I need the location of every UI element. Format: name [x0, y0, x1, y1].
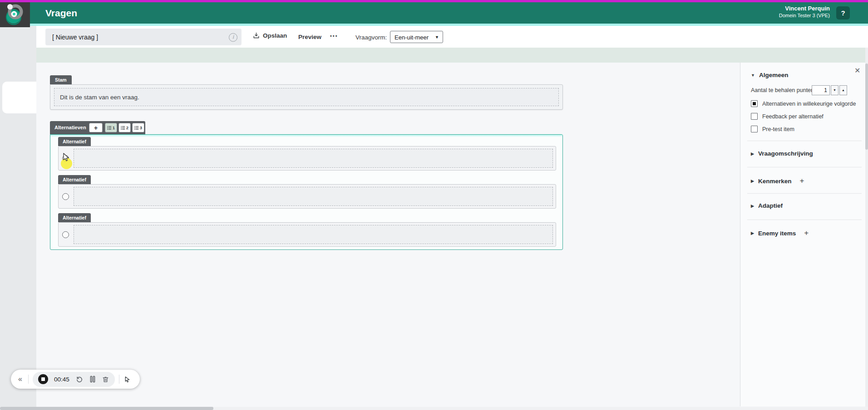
top-accent-bar — [0, 0, 868, 2]
chevron-down-icon: ▼ — [435, 35, 439, 39]
alternatief-row — [58, 146, 556, 171]
alternatief-row — [58, 222, 556, 247]
pause-recording-button[interactable] — [89, 376, 96, 383]
pointer-icon — [123, 376, 131, 383]
panel-divider — [747, 141, 862, 141]
section-label: Vraagomschrijving — [758, 150, 813, 157]
alternatief-radio[interactable] — [62, 193, 69, 200]
section-adaptief[interactable]: ▶ Adaptief — [751, 202, 783, 209]
chevron-collapsed-icon: ▶ — [751, 231, 754, 235]
recording-time: 00:45 — [54, 376, 69, 383]
save-button[interactable]: Opslaan — [252, 32, 287, 39]
checkbox-feedback-per-alternatief[interactable]: Feedback per alternatief — [751, 113, 824, 120]
pause-icon — [89, 376, 96, 383]
sidebar — [0, 26, 36, 410]
alternatief-label: Alternatief — [58, 137, 91, 146]
question-type-value: Een-uit-meer — [395, 34, 429, 41]
alternatief-text-input[interactable] — [74, 225, 553, 244]
preview-button[interactable]: Preview — [298, 34, 321, 40]
layout-2-column-button[interactable]: 2 — [118, 123, 131, 132]
chevron-collapsed-icon: ▶ — [751, 179, 754, 183]
stam-section: Dit is de stam van een vraag. — [50, 84, 563, 110]
collapse-recorder-button[interactable]: « — [16, 375, 24, 383]
section-label: Adaptief — [758, 202, 783, 209]
app-header — [0, 2, 868, 24]
alternatieven-label: Alternatieven — [54, 125, 86, 130]
list-icon — [134, 126, 139, 130]
section-kenmerken[interactable]: ▶ Kenmerken + — [751, 176, 804, 185]
layout-button-number: 3 — [140, 125, 142, 130]
tabs-row — [36, 48, 868, 63]
save-label: Opslaan — [263, 32, 287, 39]
checkbox-label: Pre-test item — [762, 126, 794, 132]
panel-divider — [747, 167, 862, 167]
alternatieven-header: Alternatieven + 1 2 3 — [50, 121, 145, 134]
alternatief-text-input[interactable] — [74, 149, 553, 168]
app-screen: Vragen Vincent Perquin Domein Tester 3 (… — [0, 0, 868, 410]
layout-1-column-button[interactable]: 1 — [105, 123, 117, 132]
layout-button-number: 2 — [126, 125, 128, 130]
cursor-tool-button[interactable] — [123, 376, 131, 383]
alternatief-text-input[interactable] — [74, 187, 553, 206]
user-info: Vincent Perquin Domein Tester 3 (VPE) — [779, 5, 830, 18]
add-alternatief-button[interactable]: + — [89, 123, 103, 132]
alternatieven-section: Alternatief Alternatief Alternatief — [50, 134, 563, 250]
alternatief-radio[interactable] — [62, 231, 69, 238]
cursor-icon — [63, 153, 70, 162]
section-label: Enemy items — [758, 230, 796, 237]
section-label: Algemeen — [759, 72, 789, 78]
layout-3-column-button[interactable]: 3 — [132, 123, 144, 132]
checkbox-icon — [751, 100, 758, 107]
checkbox-random-order[interactable]: Alternatieven in willekeurige volgorde — [751, 100, 856, 107]
user-role: Domein Tester 3 (VPE) — [779, 13, 830, 18]
checkbox-icon — [751, 126, 758, 132]
points-label: Aantal te behalen punten — [751, 87, 814, 93]
spin-up-button[interactable]: ▲ — [839, 85, 847, 95]
stam-text-input[interactable]: Dit is de stam van een vraag. — [54, 88, 559, 106]
chevron-expanded-icon: ▼ — [751, 73, 755, 78]
checkbox-label: Alternatieven in willekeurige volgorde — [762, 101, 856, 107]
sidebar-active-highlight — [2, 82, 36, 113]
more-options-button[interactable]: ••• — [330, 33, 338, 39]
delete-recording-button[interactable] — [102, 376, 109, 383]
section-enemy-items[interactable]: ▶ Enemy items + — [751, 229, 809, 238]
app-logo[interactable] — [0, 0, 30, 27]
stop-recording-button[interactable] — [38, 374, 48, 384]
save-icon — [252, 32, 260, 39]
list-icon — [121, 126, 125, 130]
horizontal-scrollbar-thumb[interactable] — [0, 407, 213, 410]
section-vraagomschrijving[interactable]: ▶ Vraagomschrijving — [751, 150, 813, 157]
chevron-collapsed-icon: ▶ — [751, 151, 754, 156]
close-icon[interactable]: ✕ — [854, 66, 860, 75]
points-input[interactable] — [812, 85, 830, 95]
recorder-controls: 00:45 — [33, 372, 115, 387]
restart-recording-button[interactable] — [75, 375, 84, 383]
vertical-scrollbar-thumb[interactable] — [865, 63, 868, 150]
recorder-toolbar: « 00:45 — [11, 370, 140, 389]
trash-icon — [102, 376, 109, 383]
question-title-input[interactable] — [45, 29, 242, 45]
help-button[interactable]: ? — [836, 6, 850, 20]
page-title: Vragen — [45, 2, 77, 24]
selection-glow — [50, 135, 562, 137]
layout-button-number: 1 — [113, 125, 115, 130]
checkbox-pretest-item[interactable]: Pre-test item — [751, 126, 794, 132]
question-type-select[interactable]: Een-uit-meer ▼ — [390, 31, 443, 43]
add-icon[interactable]: + — [799, 176, 804, 185]
mouse-cursor — [63, 153, 70, 164]
divider — [119, 375, 119, 384]
section-algemeen[interactable]: ▼ Algemeen — [751, 72, 788, 78]
alternatief-row — [58, 184, 556, 209]
spin-down-button[interactable]: ▼ — [831, 85, 838, 95]
header-highlight-line — [0, 24, 868, 26]
panel-divider — [747, 220, 862, 220]
chevron-collapsed-icon: ▶ — [751, 204, 754, 208]
alternatief-label: Alternatief — [58, 213, 91, 222]
alternatief-label: Alternatief — [58, 175, 91, 184]
stam-section-label: Stam — [50, 75, 72, 84]
add-icon[interactable]: + — [804, 229, 809, 238]
info-icon[interactable]: i — [229, 33, 237, 42]
section-label: Kenmerken — [758, 178, 792, 185]
user-name: Vincent Perquin — [779, 5, 830, 12]
list-icon — [107, 126, 112, 130]
